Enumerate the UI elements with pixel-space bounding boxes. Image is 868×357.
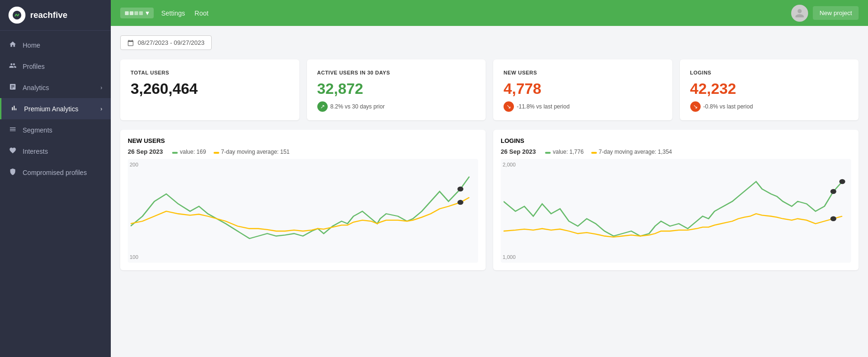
- premium-analytics-icon: [10, 104, 18, 113]
- sidebar-item-home[interactable]: Home: [0, 34, 111, 56]
- logins-change-text: -0.8% vs last period: [703, 103, 753, 110]
- sidebar-nav: Home Profiles Analytics › Premium Analyt…: [0, 31, 111, 357]
- new-users-change: ↘ -11.8% vs last period: [504, 101, 662, 112]
- home-icon: [8, 41, 17, 50]
- sidebar: reachfive Home Profiles Analytics ›: [0, 0, 111, 357]
- svg-point-5: [839, 179, 845, 184]
- sidebar-item-profiles-label: Profiles: [23, 63, 102, 70]
- new-users-chart-title: NEW USERS: [128, 137, 478, 144]
- logins-chart-area: 2,000 1,000: [501, 159, 851, 263]
- sidebar-item-interests[interactable]: Interests: [0, 141, 111, 162]
- new-users-change-badge: ↘: [504, 101, 514, 112]
- logins-chart-header: 26 Sep 2023 value: 1,776 7-day moving av…: [501, 148, 851, 155]
- analytics-icon: [8, 83, 17, 92]
- logins-svg: [504, 162, 848, 261]
- stats-row: TOTAL USERS 3,260,464 ACTIVE USERS IN 30…: [120, 59, 859, 120]
- new-users-y-bottom: 100: [130, 254, 138, 260]
- sidebar-item-compromised-profiles-label: Compromised profiles: [23, 169, 102, 176]
- date-row: 08/27/2023 - 09/27/2023: [120, 35, 859, 50]
- sidebar-item-segments-label: Segments: [23, 126, 102, 134]
- new-project-button[interactable]: New project: [813, 6, 859, 20]
- top-bar-app-name: ▾: [120, 8, 154, 18]
- app-name-squares: [125, 11, 143, 15]
- date-picker-button[interactable]: 08/27/2023 - 09/27/2023: [120, 35, 212, 50]
- logo-icon: [8, 7, 25, 24]
- interests-icon: [8, 147, 17, 156]
- logins-chart-card: LOGINS 26 Sep 2023 value: 1,776 7-day mo…: [493, 130, 859, 270]
- logins-y-top: 2,000: [503, 162, 516, 167]
- sidebar-item-analytics-label: Analytics: [23, 84, 95, 91]
- logins-change: ↘ -0.8% vs last period: [690, 101, 849, 112]
- active-users-change-text: 8.2% vs 30 days prior: [331, 103, 385, 110]
- logins-label: LOGINS: [690, 70, 849, 75]
- sidebar-item-analytics[interactable]: Analytics ›: [0, 77, 111, 98]
- new-users-avg-legend: 7-day moving average: 151: [214, 149, 289, 155]
- top-bar: ▾ Settings Root New project: [111, 0, 868, 26]
- sidebar-item-premium-analytics-label: Premium Analytics: [24, 105, 95, 113]
- new-users-change-text: -11.8% vs last period: [517, 103, 570, 110]
- logins-change-badge: ↘: [690, 101, 701, 112]
- active-users-change: ↗ 8.2% vs 30 days prior: [317, 101, 476, 112]
- logins-y-bottom: 1,000: [503, 254, 516, 260]
- new-users-chart-legend: value: 169 7-day moving average: 151: [172, 149, 289, 155]
- user-avatar[interactable]: [791, 5, 808, 22]
- top-bar-links: Settings Root: [161, 9, 208, 17]
- svg-point-1: [457, 187, 463, 192]
- content-area: 08/27/2023 - 09/27/2023 TOTAL USERS 3,26…: [111, 26, 868, 357]
- logo-text: reachfive: [30, 10, 67, 20]
- stat-card-new-users: NEW USERS 4,778 ↘ -11.8% vs last period: [493, 59, 672, 120]
- active-users-change-badge: ↗: [317, 101, 328, 112]
- analytics-chevron-icon: ›: [100, 84, 102, 91]
- total-users-label: TOTAL USERS: [131, 70, 289, 75]
- stat-card-active-users: ACTIVE USERS IN 30 DAYS 32,872 ↗ 8.2% vs…: [307, 59, 486, 120]
- new-users-chart-area: 200 100: [128, 159, 478, 263]
- active-users-label: ACTIVE USERS IN 30 DAYS: [317, 70, 476, 75]
- new-users-svg: [131, 162, 475, 261]
- logins-value-legend: value: 1,776: [545, 149, 583, 155]
- active-users-value: 32,872: [317, 80, 476, 98]
- main-content: ▾ Settings Root New project 08/27/2023 -…: [111, 0, 868, 357]
- sidebar-item-compromised-profiles[interactable]: Compromised profiles: [0, 162, 111, 183]
- new-users-chart-card: NEW USERS 26 Sep 2023 value: 169 7-day m…: [120, 130, 486, 270]
- new-users-value: 4,778: [504, 80, 662, 98]
- app-name-box[interactable]: ▾: [120, 8, 154, 18]
- stat-card-logins: LOGINS 42,232 ↘ -0.8% vs last period: [680, 59, 859, 120]
- sidebar-item-premium-analytics[interactable]: Premium Analytics ›: [0, 98, 111, 119]
- logins-avg-legend: 7-day moving average: 1,354: [591, 149, 672, 155]
- premium-analytics-chevron-icon: ›: [100, 106, 102, 112]
- app-name-label: ▾: [146, 9, 149, 17]
- svg-point-2: [457, 200, 463, 205]
- compromised-profiles-icon: [8, 168, 17, 177]
- root-link[interactable]: Root: [195, 9, 209, 17]
- stat-card-total-users: TOTAL USERS 3,260,464: [120, 59, 299, 120]
- logins-chart-date: 26 Sep 2023: [501, 148, 536, 155]
- svg-point-3: [830, 189, 836, 194]
- sidebar-item-segments[interactable]: Segments: [0, 119, 111, 141]
- new-users-value-legend: value: 169: [172, 149, 206, 155]
- total-users-value: 3,260,464: [131, 80, 289, 98]
- date-range-label: 08/27/2023 - 09/27/2023: [138, 39, 205, 46]
- svg-point-4: [830, 216, 836, 222]
- logins-chart-title: LOGINS: [501, 137, 851, 144]
- sidebar-item-profiles[interactable]: Profiles: [0, 56, 111, 77]
- sidebar-logo: reachfive: [0, 0, 111, 31]
- sidebar-item-interests-label: Interests: [23, 148, 102, 155]
- settings-link[interactable]: Settings: [161, 9, 185, 17]
- new-users-label: NEW USERS: [504, 70, 662, 75]
- charts-row: NEW USERS 26 Sep 2023 value: 169 7-day m…: [120, 130, 859, 270]
- new-users-chart-date: 26 Sep 2023: [128, 148, 163, 155]
- logins-value: 42,232: [690, 80, 849, 98]
- top-bar-right: New project: [791, 5, 859, 22]
- logins-chart-legend: value: 1,776 7-day moving average: 1,354: [545, 149, 672, 155]
- new-users-y-top: 200: [130, 162, 138, 167]
- sidebar-item-home-label: Home: [23, 42, 102, 49]
- segments-icon: [8, 125, 17, 134]
- profiles-icon: [8, 62, 17, 71]
- new-users-chart-header: 26 Sep 2023 value: 169 7-day moving aver…: [128, 148, 478, 155]
